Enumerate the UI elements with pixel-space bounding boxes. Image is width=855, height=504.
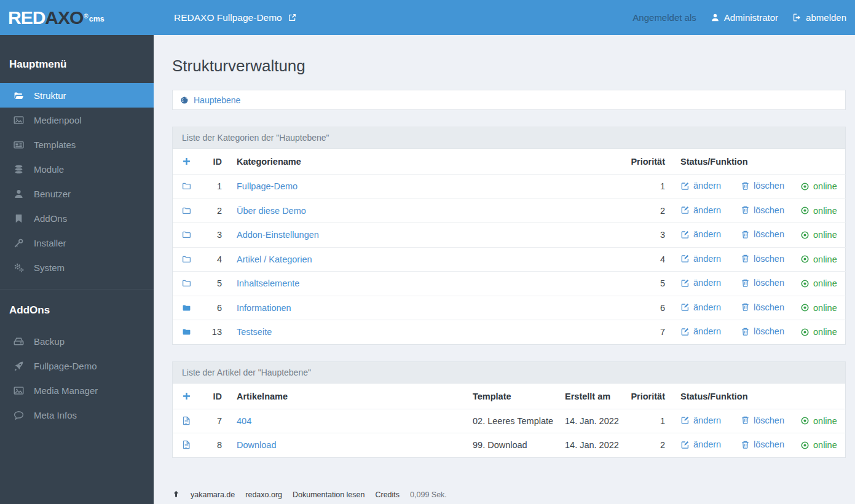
edit-link[interactable]: ändern: [680, 254, 721, 264]
edit-icon: [680, 181, 690, 191]
online-status-link[interactable]: online: [800, 254, 837, 264]
folder-outline-icon: [182, 230, 191, 239]
breadcrumb-root-link[interactable]: Hauptebene: [180, 95, 240, 105]
brand-wordmark: REDAXO: [8, 9, 83, 27]
sidebar-item-label: Installer: [34, 238, 66, 248]
delete-link[interactable]: löschen: [741, 302, 784, 312]
footer-link-yakamara[interactable]: yakamara.de: [191, 490, 235, 499]
table-row: 13 Testseite 7 ändern löschen online: [173, 320, 846, 344]
sidebar-item-backup[interactable]: Backup: [0, 329, 154, 353]
brand-registered-mark: ®: [84, 13, 88, 20]
delete-link[interactable]: löschen: [741, 181, 784, 191]
edit-link[interactable]: ändern: [680, 326, 721, 336]
sidebar-item-module[interactable]: Module: [0, 157, 154, 181]
sidebar-item-templates[interactable]: Templates: [0, 132, 154, 157]
sidebar-item-fullpage-demo[interactable]: Fullpage-Demo: [0, 353, 154, 378]
category-link[interactable]: Fullpage-Demo: [237, 181, 297, 191]
add-category-button[interactable]: [182, 157, 191, 167]
edit-link[interactable]: ändern: [680, 181, 721, 191]
online-icon: [800, 441, 810, 450]
category-id: 5: [201, 272, 227, 296]
table-row: 1 Fullpage-Demo 1 ändern löschen online: [173, 175, 846, 199]
article-link[interactable]: 404: [237, 416, 251, 426]
delete-link[interactable]: löschen: [741, 229, 784, 239]
article-id: 7: [201, 409, 227, 433]
edit-link[interactable]: ändern: [680, 229, 721, 239]
online-status-link[interactable]: online: [800, 206, 837, 216]
category-priority: 7: [615, 320, 670, 344]
edit-icon: [680, 440, 690, 449]
user-menu-link[interactable]: Administrator: [711, 12, 778, 23]
articles-panel-title: Liste der Artikel der "Hauptebene": [173, 362, 845, 384]
delete-link[interactable]: löschen: [741, 415, 784, 425]
online-status-link[interactable]: online: [800, 230, 837, 240]
sidebar-item-meta-infos[interactable]: Meta Infos: [0, 403, 154, 427]
categories-panel-title: Liste der Kategorien der "Hauptebene": [173, 127, 845, 149]
sidebar-item-installer[interactable]: Installer: [0, 230, 154, 255]
category-link[interactable]: Inhaltselemente: [237, 278, 299, 288]
category-link[interactable]: Addon-Einstellungen: [237, 230, 319, 240]
delete-link[interactable]: löschen: [741, 254, 784, 264]
sidebar-item-system[interactable]: System: [0, 255, 154, 280]
sidebar-item-benutzer[interactable]: Benutzer: [0, 181, 154, 206]
delete-link[interactable]: löschen: [741, 326, 784, 336]
table-row: 6 Informationen 6 ändern löschen online: [173, 296, 846, 320]
scroll-to-top-button[interactable]: [172, 490, 180, 500]
edit-link[interactable]: ändern: [680, 278, 721, 288]
footer-link-redaxo[interactable]: redaxo.org: [245, 490, 282, 499]
table-row: 5 Inhaltselemente 5 ändern löschen onlin…: [173, 272, 846, 296]
page-title: Strukturverwaltung: [172, 57, 846, 76]
edit-link[interactable]: ändern: [680, 205, 721, 215]
delete-link[interactable]: löschen: [741, 205, 784, 215]
edit-link[interactable]: ändern: [680, 302, 721, 312]
column-header-status-funktion: Status/Funktion: [670, 384, 846, 409]
sidebar-item-struktur[interactable]: Struktur: [0, 83, 154, 108]
category-link[interactable]: Artikel / Kategorien: [237, 254, 312, 264]
category-link[interactable]: Testseite: [237, 327, 272, 337]
delete-link[interactable]: löschen: [741, 439, 784, 449]
footer-link-dokumentation[interactable]: Dokumentation lesen: [293, 490, 364, 499]
plus-icon: [182, 157, 191, 166]
user-icon: [711, 13, 720, 22]
folder-outline-icon: [182, 254, 191, 264]
sign-out-icon: [792, 13, 802, 22]
article-id: 8: [201, 433, 227, 457]
edit-link[interactable]: ändern: [680, 415, 721, 425]
articles-table: ID Artikelname Template Erstellt am Prio…: [173, 384, 846, 457]
trash-icon: [741, 230, 750, 239]
sidebar-item-label: Medienpool: [34, 115, 82, 125]
sidebar-item-addons[interactable]: AddOns: [0, 206, 154, 230]
database-icon: [14, 164, 24, 175]
logout-link[interactable]: abmelden: [792, 12, 846, 23]
online-icon: [800, 328, 810, 337]
globe-icon: [180, 96, 189, 104]
footer-link-credits[interactable]: Credits: [375, 490, 400, 499]
main-content: Strukturverwaltung Hauptebene Liste der …: [154, 35, 855, 504]
category-id: 3: [201, 223, 227, 248]
online-icon: [800, 230, 810, 240]
table-row: 7 404 02. Leeres Template 14. Jan. 2022 …: [173, 409, 846, 433]
breadcrumb: Hauptebene: [172, 90, 846, 110]
online-status-link[interactable]: online: [800, 303, 837, 313]
online-status-link[interactable]: online: [800, 181, 837, 191]
category-link[interactable]: Informationen: [237, 303, 291, 313]
hdd-icon: [14, 336, 24, 347]
category-id: 6: [201, 296, 227, 320]
image-icon: [14, 385, 24, 396]
delete-link[interactable]: löschen: [741, 278, 784, 288]
brand-logo[interactable]: REDAXO ® cms: [0, 9, 154, 27]
article-link[interactable]: Download: [237, 440, 277, 450]
sidebar-item-medienpool[interactable]: Medienpool: [0, 108, 154, 132]
site-preview-link[interactable]: REDAXO Fullpage-Demo: [174, 12, 297, 23]
online-status-link[interactable]: online: [800, 278, 837, 288]
online-status-link[interactable]: online: [800, 327, 837, 337]
category-link[interactable]: Über diese Demo: [237, 206, 306, 216]
online-status-link[interactable]: online: [800, 440, 837, 450]
add-article-button[interactable]: [182, 392, 191, 401]
edit-link[interactable]: ändern: [680, 439, 721, 449]
categories-header-row: ID Kategoriename Priorität Status/Funkti…: [173, 149, 846, 175]
breadcrumb-label: Hauptebene: [194, 95, 240, 105]
column-header-prioritaet: Priorität: [616, 384, 670, 409]
sidebar-item-media-manager[interactable]: Media Manager: [0, 378, 154, 403]
online-status-link[interactable]: online: [800, 416, 837, 426]
